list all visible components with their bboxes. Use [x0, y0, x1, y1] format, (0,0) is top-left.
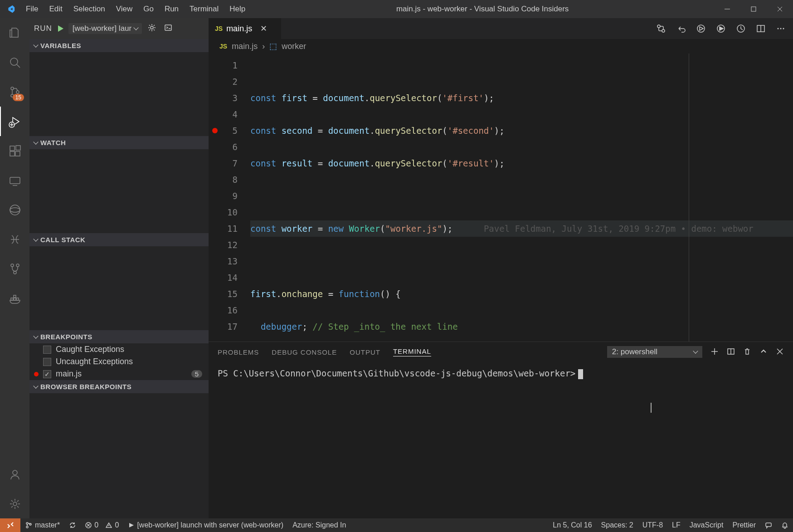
menu-go[interactable]: Go: [138, 0, 159, 18]
tab-filename: main.js: [226, 24, 252, 34]
menu-run[interactable]: Run: [159, 0, 184, 18]
menubar: File Edit Selection View Go Run Terminal…: [20, 0, 251, 18]
menu-help[interactable]: Help: [224, 0, 251, 18]
code-editor[interactable]: 1234 5 67891011121314151617 const first …: [209, 54, 793, 342]
svg-point-22: [14, 271, 16, 274]
remote-button[interactable]: [0, 518, 20, 532]
notifications-button[interactable]: [777, 522, 793, 529]
docker-icon[interactable]: [0, 283, 29, 313]
codespaces-icon[interactable]: [0, 195, 29, 225]
svg-point-31: [657, 25, 660, 28]
line-gutter[interactable]: 1234 5 67891011121314151617: [209, 54, 250, 342]
maximize-button[interactable]: [740, 0, 767, 18]
eol-status[interactable]: LF: [667, 521, 685, 529]
code-content[interactable]: const first = document.querySelector('#f…: [250, 54, 793, 342]
formatter-status[interactable]: Prettier: [728, 521, 760, 529]
start-debug-button[interactable]: [56, 24, 65, 33]
svg-point-8: [16, 91, 19, 93]
split-editor-icon[interactable]: [756, 24, 766, 34]
git-branch[interactable]: master*: [20, 521, 64, 529]
problems-status[interactable]: 0 0: [81, 521, 123, 529]
run-icon[interactable]: [696, 24, 706, 34]
svg-point-47: [26, 522, 28, 524]
chevron-down-icon: [33, 42, 38, 47]
remote-icon[interactable]: [0, 166, 29, 195]
compare-changes-icon[interactable]: [656, 24, 666, 34]
debug-config-dropdown[interactable]: [web-worker] laur: [68, 23, 142, 34]
minimize-button[interactable]: [714, 0, 740, 18]
window-controls: [714, 0, 793, 18]
breakpoint-indicator[interactable]: [212, 128, 218, 133]
terminal-selector[interactable]: 2: powershell: [607, 346, 702, 358]
testing-icon[interactable]: [0, 225, 29, 254]
close-button[interactable]: [767, 0, 793, 18]
variables-section-header[interactable]: VARIABLES: [29, 39, 209, 52]
settings-icon[interactable]: [0, 489, 29, 518]
menu-terminal[interactable]: Terminal: [184, 0, 224, 18]
menu-selection[interactable]: Selection: [68, 0, 111, 18]
menu-file[interactable]: File: [20, 0, 44, 18]
terminal-selector-label: 2: powershell: [612, 347, 657, 356]
chevron-down-icon: [33, 236, 38, 241]
breakpoint-mainjs[interactable]: main.js5: [29, 368, 209, 380]
menu-view[interactable]: View: [111, 0, 138, 18]
encoding-status[interactable]: UTF-8: [638, 521, 667, 529]
scm-icon[interactable]: 15: [0, 77, 29, 107]
revert-icon[interactable]: [676, 24, 686, 34]
terminal[interactable]: PS C:\Users\Connor\Documents\Github\vsco…: [209, 362, 793, 518]
svg-point-6: [11, 87, 14, 90]
tab-mainjs[interactable]: JS main.js ✕: [209, 18, 281, 39]
timeline-icon[interactable]: [736, 24, 746, 34]
debug-console-icon[interactable]: [162, 21, 175, 36]
run-debug-icon[interactable]: [0, 107, 29, 136]
accounts-icon[interactable]: [0, 459, 29, 489]
breakpoint-uncaught-exceptions[interactable]: Uncaught Exceptions: [29, 356, 209, 368]
gear-icon[interactable]: [146, 21, 158, 36]
debug-icon[interactable]: [716, 24, 726, 34]
language-mode[interactable]: JavaScript: [685, 521, 728, 529]
breakpoints-section-header[interactable]: BREAKPOINTS: [29, 330, 209, 343]
tab-debug-console[interactable]: DEBUG CONSOLE: [272, 348, 337, 356]
chevron-down-icon: [33, 383, 38, 388]
azure-status[interactable]: Azure: Signed In: [288, 521, 350, 529]
terminal-prompt: PS C:\Users\Connor\Documents\Github\vsco…: [218, 368, 575, 378]
explorer-icon[interactable]: [0, 18, 29, 48]
browser-breakpoints-section-header[interactable]: BROWSER BREAKPOINTS: [29, 380, 209, 393]
cursor-position[interactable]: Ln 5, Col 16: [548, 521, 596, 529]
breadcrumb[interactable]: JS main.js › ⬚ worker: [209, 39, 793, 54]
more-icon[interactable]: [776, 24, 786, 34]
search-icon[interactable]: [0, 48, 29, 77]
split-terminal-button[interactable]: [727, 347, 735, 357]
tab-terminal[interactable]: TERMINAL: [393, 347, 431, 356]
feedback-button[interactable]: [760, 522, 777, 529]
svg-point-32: [662, 29, 665, 32]
close-panel-button[interactable]: [776, 347, 784, 357]
callstack-label: CALL STACK: [40, 236, 85, 244]
svg-point-28: [13, 502, 17, 506]
checkbox[interactable]: [43, 370, 51, 378]
editor-actions: [649, 18, 793, 39]
sync-button[interactable]: [64, 522, 81, 529]
browser-breakpoints-label: BROWSER BREAKPOINTS: [40, 383, 131, 390]
breakpoint-caught-exceptions[interactable]: Caught Exceptions: [29, 343, 209, 356]
tab-problems[interactable]: PROBLEMS: [218, 348, 259, 356]
tab-output[interactable]: OUTPUT: [350, 348, 380, 356]
github-icon[interactable]: [0, 254, 29, 283]
menu-edit[interactable]: Edit: [44, 0, 68, 18]
close-tab-button[interactable]: ✕: [260, 24, 267, 34]
kill-terminal-button[interactable]: [743, 347, 751, 357]
watch-section-header[interactable]: WATCH: [29, 136, 209, 149]
extensions-icon[interactable]: [0, 136, 29, 166]
callstack-section-header[interactable]: CALL STACK: [29, 233, 209, 246]
breakpoint-dot-icon: [34, 372, 39, 376]
checkbox[interactable]: [43, 346, 51, 354]
branch-label: master*: [35, 521, 60, 529]
maximize-panel-button[interactable]: [759, 347, 768, 357]
new-terminal-button[interactable]: [710, 347, 719, 357]
checkbox[interactable]: [43, 358, 51, 366]
breadcrumb-symbol: worker: [282, 42, 306, 51]
launch-label: [web-worker] launch with server (web-wor…: [137, 521, 283, 529]
indentation-status[interactable]: Spaces: 2: [597, 521, 638, 529]
titlebar: File Edit Selection View Go Run Terminal…: [0, 0, 793, 18]
debug-launch-status[interactable]: [web-worker] launch with server (web-wor…: [123, 521, 288, 529]
